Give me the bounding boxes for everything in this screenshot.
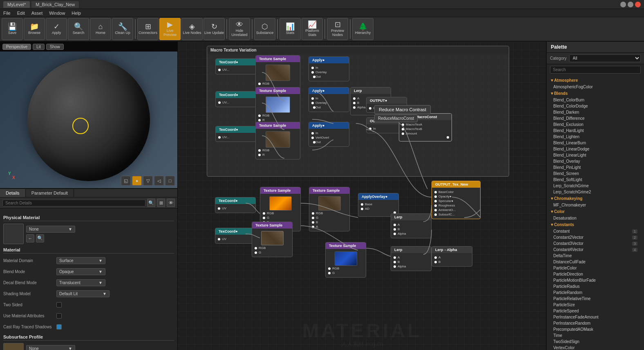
palette-section-constants[interactable]: ▼Constants — [547, 221, 644, 228]
palette-item-particledirection[interactable]: ParticleDirection — [547, 271, 644, 277]
details-grid-button[interactable]: ⊞ — [157, 199, 165, 207]
palette-item-blend-difference[interactable]: Blend_Difference — [547, 115, 644, 121]
palette-item-blend-screen[interactable]: Blend_Screen — [547, 171, 644, 177]
palette-item-time[interactable]: Time — [547, 332, 644, 339]
node-texsample-3[interactable]: Texture Sample RGB R — [255, 122, 300, 159]
palette-item-desaturation[interactable]: Desaturation — [547, 215, 644, 221]
shading-model-dropdown[interactable]: Default Lit ▼ — [56, 290, 110, 297]
search-button[interactable]: 🔍 Search — [68, 18, 89, 40]
palette-item-twosidedsign[interactable]: TwoSidedSign — [547, 339, 644, 345]
palette-item-blend-exclusion[interactable]: Blend_Exclusion — [547, 121, 644, 128]
palette-item-constant2vector[interactable]: Constant2Vector 2 — [547, 234, 644, 240]
palette-item-mf-chromakeyer[interactable]: MF_Chromakeyer — [547, 202, 644, 208]
palette-item-particlerandom[interactable]: ParticleRandom — [547, 289, 644, 296]
palette-item-blend-colorburn[interactable]: Blend_ColorBurn — [547, 97, 644, 103]
liveupdate-button[interactable]: ↻ Live Update — [203, 18, 225, 40]
palette-item-constant4vector[interactable]: Constant4Vector 4 — [547, 247, 644, 253]
palette-category-select[interactable]: All — [569, 54, 641, 62]
node-texsample-b3[interactable]: Texture Sample RGB G — [252, 222, 293, 257]
lit-button[interactable]: Lit — [33, 44, 45, 50]
menu-file[interactable]: File — [3, 11, 11, 16]
palette-item-perinstancerandom[interactable]: PerInstanceRandom — [547, 320, 644, 326]
menu-edit[interactable]: Edit — [17, 11, 25, 16]
palette-item-distancecullfade[interactable]: DistanceCullFade — [547, 259, 644, 265]
palette-section-blends[interactable]: ▼Blends — [547, 90, 644, 97]
palette-item-blend-pinlight[interactable]: Blend_PinLight — [547, 164, 644, 171]
menu-help[interactable]: Help — [72, 11, 81, 16]
palette-item-deltatime[interactable]: DeltaTime — [547, 253, 644, 259]
hierarchy-button[interactable]: 🌲 Hierarchy — [352, 18, 373, 40]
palette-item-blend-overlay[interactable]: Blend_Overlay — [547, 158, 644, 164]
palette-item-blend-linearburn[interactable]: Blend_LinearBurn — [547, 140, 644, 146]
palette-item-blend-hardlight[interactable]: Blend_HardLight — [547, 128, 644, 134]
cast-ray-checkbox[interactable] — [56, 324, 62, 330]
node-lerp-b2[interactable]: Lerp A B Alpha — [391, 246, 432, 271]
node-texsample-b2[interactable]: Texture Sample RGB G B A — [309, 187, 350, 231]
node-texcoord-2[interactable]: TexCoord● UV... — [215, 91, 256, 107]
minimize-button[interactable] — [620, 2, 626, 7]
maximize-button[interactable] — [628, 2, 633, 7]
details-magnify-button[interactable]: 🔍 — [147, 199, 155, 207]
palette-item-particleradius[interactable]: ParticleRadius — [547, 283, 644, 289]
node-apply-3[interactable]: Apply● In VertOverl Out — [309, 122, 349, 147]
connectors-button[interactable]: ⊞ Connectors — [137, 18, 159, 40]
use-material-attrs-checkbox[interactable] — [56, 313, 62, 319]
palette-item-perinstancefadeamount[interactable]: PerInstanceFadeAmount — [547, 314, 644, 320]
palette-item-lerp-scratchgrime2[interactable]: Lerp_ScratchGrime2 — [547, 189, 644, 195]
viewport-tool-4[interactable]: ◁ — [154, 176, 164, 186]
palette-item-blend-darken[interactable]: Blend_Darken — [547, 109, 644, 115]
decal-blend-mode-dropdown[interactable]: Translucent ▼ — [56, 279, 105, 286]
apply-button[interactable]: ✓ Apply — [46, 18, 67, 40]
node-texcoord-b2[interactable]: TexCoord● UV — [215, 228, 256, 244]
subsurface-dropdown[interactable]: None ▼ — [26, 345, 75, 350]
palette-item-blend-lineardodge[interactable]: Blend_LinearDodge — [547, 146, 644, 152]
palette-section-atmosphere[interactable]: ▼Atmosphere — [547, 77, 644, 84]
node-apply-2[interactable]: Apply● In Overlay Out — [309, 87, 349, 112]
palette-item-blend-lighten[interactable]: Blend_Lighten — [547, 134, 644, 140]
two-sided-checkbox[interactable] — [56, 302, 62, 307]
phys-material-arrow-left[interactable]: ← — [26, 234, 34, 242]
palette-search-input[interactable] — [550, 66, 641, 74]
palette-item-constant[interactable]: Constant 1 — [547, 228, 644, 234]
hideunrelated-button[interactable]: 👁 Hide Unrelated — [229, 18, 250, 40]
phys-material-dropdown[interactable]: None ▼ — [26, 226, 75, 233]
previewnodes-button[interactable]: ⊡ Preview Nodes — [327, 18, 348, 40]
tab-material[interactable]: M_Brick_Clay_New — [31, 1, 79, 8]
palette-item-precomputedaomask[interactable]: PrecomputedAOMask — [547, 326, 644, 332]
material-domain-dropdown[interactable]: Surface ▼ — [56, 257, 105, 264]
palette-item-particlemotionblurfade[interactable]: ParticleMotionBlurFade — [547, 277, 644, 283]
details-search-input[interactable] — [2, 200, 145, 206]
platformstats-button[interactable]: 📈 Platform Stats — [302, 18, 323, 40]
details-eye-button[interactable]: 👁 — [167, 199, 175, 207]
node-lerp-b3[interactable]: Lerp→Alpha A B — [432, 246, 472, 267]
palette-item-blend-softlight[interactable]: Blend_SoftLight — [547, 177, 644, 183]
tab-parameter-default[interactable]: Parameter Default — [26, 189, 74, 197]
blend-mode-dropdown[interactable]: Opaque ▼ — [56, 268, 105, 275]
menu-window[interactable]: Window — [49, 11, 65, 16]
palette-item-particlesize[interactable]: ParticleSize — [547, 302, 644, 308]
palette-section-color[interactable]: ▼Color — [547, 208, 644, 215]
menu-asset[interactable]: Asset — [31, 11, 43, 16]
livepreview-button[interactable]: ▶ Live Preview — [159, 18, 181, 40]
viewport-tool-2[interactable]: ● — [132, 176, 142, 186]
node-graph[interactable]: Macro Texture Variation TexCoord● UV... … — [178, 42, 546, 350]
viewport[interactable]: Perspective Lit Show X Y ◱ ● ▽ ◁ □ — [0, 42, 177, 189]
palette-item-vertexcolor[interactable]: VertexColor — [547, 345, 644, 350]
node-output-tex-new[interactable]: OUTPUT_Tex_New BaseColor Opacity● Specul… — [432, 181, 481, 219]
palette-item-particlerelativetime[interactable]: ParticleRelativeTime — [547, 296, 644, 302]
show-button[interactable]: Show — [46, 44, 64, 50]
node-apply-1[interactable]: Apply● In Overlay Out — [309, 56, 349, 81]
node-texcoord-1[interactable]: TexCoord● UV... — [215, 58, 256, 74]
perspective-button[interactable]: Perspective — [2, 44, 31, 50]
node-lerp-b1[interactable]: Lerp A B Alpha — [391, 213, 432, 238]
phys-material-search[interactable]: 🔍 — [36, 234, 44, 242]
close-button[interactable] — [635, 2, 641, 7]
viewport-tool-5[interactable]: □ — [165, 176, 175, 186]
palette-item-blend-colordodge[interactable]: Blend_ColorDodge — [547, 103, 644, 109]
home-button[interactable]: ⌂ Home — [90, 18, 111, 40]
palette-item-atmosphericfogcolor[interactable]: AtmosphericFogColor — [547, 84, 644, 90]
palette-section-chromakeying[interactable]: ▼Chromakeying — [547, 195, 644, 202]
stats-button[interactable]: 📊 Stats — [280, 18, 301, 40]
node-texsample-b4[interactable]: Texture Sample RGB G — [325, 242, 366, 278]
browse-button[interactable]: 📁 Browse — [24, 18, 45, 40]
